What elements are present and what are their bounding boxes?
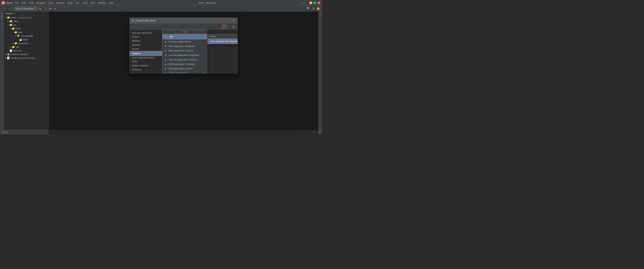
- tree-item-external-libs[interactable]: ▶ 📚 External Libraries: [4, 52, 48, 56]
- menu-edit[interactable]: Edit: [20, 1, 27, 4]
- tree-path: D:\projects\demo: [17, 16, 33, 19]
- nav-item-libraries[interactable]: Libraries: [130, 43, 162, 47]
- menu-tools[interactable]: Tools: [81, 1, 89, 4]
- minimize-button[interactable]: [309, 2, 312, 4]
- tree-label: java: [18, 31, 22, 34]
- dropdown-item-label: EJB Application: Archive: [169, 67, 193, 70]
- dialog-nav-toolbar: ← → + − ⧉: [130, 24, 238, 30]
- arrow-icon: ▼: [14, 35, 17, 37]
- nav-item-modules[interactable]: Modules: [130, 39, 162, 43]
- arrow-icon: ▼: [7, 24, 10, 26]
- add-configuration-button[interactable]: Add Configuration...: [14, 7, 38, 10]
- submenu-arrow-icon: ▶: [203, 36, 205, 38]
- javaee-exploded-icon: ◈: [164, 54, 168, 56]
- webapp-archive-icon: ◈: [164, 49, 168, 52]
- dropdown-header: Add: [162, 30, 207, 34]
- dropdown-item-webapp-exploded[interactable]: ◈ Web Application: Exploded: [162, 44, 207, 48]
- folder-icon: 📁: [12, 27, 15, 30]
- arrow-icon: ▼: [12, 31, 14, 33]
- dropdown-item-webapp-archive[interactable]: ◈ Web Application: Archive: [162, 48, 207, 53]
- libs-icon: 📚: [7, 53, 10, 56]
- tree-item-main[interactable]: ▼ 📁 main: [4, 27, 48, 30]
- tree-item-resources[interactable]: ▶ 📁 resources: [4, 42, 48, 45]
- project-settings-label: Project Settings: [130, 31, 162, 35]
- submenu-item-from-modules[interactable]: From modules with dependencies...: [208, 38, 238, 44]
- maximize-button[interactable]: [314, 2, 316, 4]
- nav-item-project[interactable]: Project: [130, 35, 162, 39]
- dialog-forward-btn[interactable]: →: [136, 24, 140, 28]
- tree-label: Main: [23, 38, 28, 41]
- notifications-btn[interactable]: 🔔: [316, 6, 320, 10]
- tree-label: resources: [18, 42, 28, 44]
- run-button[interactable]: ▶: [38, 6, 42, 10]
- search-btn[interactable]: 🔍: [306, 6, 310, 10]
- arrow-spacer: [17, 38, 19, 40]
- sidebar: Project ▼ ▼ 📁 demo D:\projects\demo ▶ 📁 …: [4, 12, 48, 134]
- dropdown-item-javaee-archive[interactable]: ◈ Java EE Application: Archive: [162, 57, 207, 62]
- dropdown-item-javafx[interactable]: ◈ JavaFx application ▶: [162, 71, 207, 73]
- tree-item-test[interactable]: ▶ 📁 test: [4, 45, 48, 49]
- tree-label: main: [16, 27, 20, 30]
- javafx-icon: ◈: [164, 72, 168, 73]
- submenu-item-empty[interactable]: Empty: [208, 34, 238, 38]
- dropdown-item-jar[interactable]: ◈ JAR ▶: [162, 34, 207, 40]
- settings-btn[interactable]: ⚙: [312, 6, 316, 10]
- close-button[interactable]: [318, 2, 320, 4]
- line-sep-status: LF: [318, 131, 320, 134]
- add-dropdown-menu: Add ◈ JAR ▶ ◈ Runtime image (JLink): [162, 30, 207, 73]
- menu-view[interactable]: View: [27, 1, 35, 4]
- menu-code[interactable]: Code: [47, 1, 54, 4]
- tree-item-demo[interactable]: ▼ 📁 demo D:\projects\demo: [4, 16, 48, 20]
- content-area: ⊞ Project Structure ✕ ← → + − ⧉: [48, 12, 318, 134]
- nav-item-sdks[interactable]: SDKs: [130, 60, 162, 64]
- menu-file[interactable]: File: [14, 1, 20, 4]
- nav-item-facets[interactable]: Facets: [130, 47, 162, 51]
- dropdown-item-ejb-archive[interactable]: ◈ EJB Application: Archive: [162, 66, 207, 71]
- back-btn[interactable]: ←: [2, 6, 6, 10]
- menu-run[interactable]: Run: [74, 1, 81, 4]
- tree-item-pom[interactable]: 📄 pom.xml: [4, 49, 48, 52]
- folder-icon: 📁: [10, 24, 12, 26]
- project-structure-dialog: ⊞ Project Structure ✕ ← → + − ⧉: [130, 18, 238, 74]
- tree-item-scratches[interactable]: ▶ 📝 Scratches and Consoles: [4, 56, 48, 60]
- project-tab[interactable]: Project: [0, 12, 4, 21]
- arrow-icon: ▶: [10, 46, 12, 48]
- tree-item-idea[interactable]: ▶ 📁 .idea: [4, 20, 48, 23]
- ejb-exploded-icon: ◈: [164, 63, 168, 66]
- nav-item-global-libs[interactable]: Global Libraries: [130, 64, 162, 68]
- menubar: File Edit View Navigate Code Refactor Bu…: [14, 1, 114, 4]
- dialog-copy-btn[interactable]: ⧉: [232, 24, 236, 28]
- menu-window[interactable]: Window: [97, 1, 107, 4]
- debug-button[interactable]: 🐞: [43, 6, 47, 10]
- dialog-remove-btn[interactable]: −: [227, 24, 231, 28]
- menu-vcs[interactable]: VCS: [89, 1, 96, 4]
- menu-build[interactable]: Build: [66, 1, 74, 4]
- dialog-back-btn[interactable]: ←: [131, 24, 135, 28]
- tree-item-org-example[interactable]: ▼ 📦 org.example: [4, 34, 48, 38]
- dropdown-item-javaee-exploded[interactable]: ◈ Java EE Application: Exploded: [162, 53, 207, 57]
- dialog-close-button[interactable]: ✕: [232, 19, 236, 22]
- menu-help[interactable]: Help: [108, 1, 115, 4]
- tree-item-main-class[interactable]: ☕ Main: [4, 38, 48, 42]
- menu-refactor[interactable]: Refactor: [55, 1, 66, 4]
- dialog-icon: ⊞: [132, 19, 134, 22]
- profile-button[interactable]: ◈: [48, 6, 52, 10]
- arrow-spacer: [7, 50, 10, 52]
- nav-item-problems[interactable]: Problems: [130, 68, 162, 72]
- forward-btn[interactable]: →: [6, 6, 10, 10]
- java-icon: ☕: [19, 38, 22, 41]
- dialog-add-btn[interactable]: +: [222, 24, 226, 28]
- dropdown-item-ejb-exploded[interactable]: ◈ EJB Application: Exploded: [162, 62, 207, 66]
- tree-item-java[interactable]: ▼ 📁 java: [4, 30, 48, 34]
- nav-item-artifacts[interactable]: Artifacts: [130, 51, 162, 56]
- folder-icon: 📁: [12, 46, 15, 48]
- menu-navigate[interactable]: Navigate: [35, 1, 46, 4]
- dropdown-item-runtime-image[interactable]: ◈ Runtime image (JLink): [162, 40, 207, 44]
- sidebar-dropdown[interactable]: ▼: [14, 12, 16, 15]
- dropdown-item-label: Runtime image (JLink): [169, 40, 191, 43]
- folder-icon: 📁: [10, 20, 12, 23]
- app-title: demo: [6, 2, 12, 4]
- tree-item-src[interactable]: ▼ 📁 src: [4, 23, 48, 27]
- stop-button[interactable]: ■: [53, 6, 57, 10]
- arrow-icon: ▶: [12, 42, 14, 44]
